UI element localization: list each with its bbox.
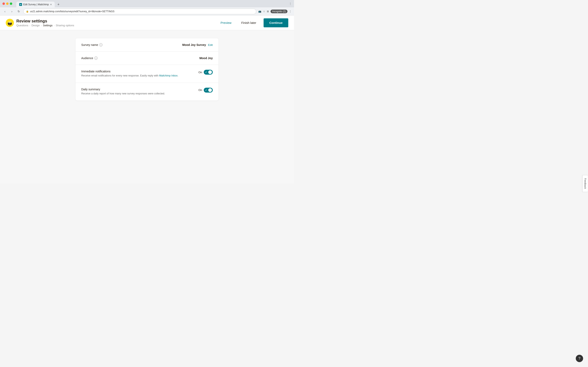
breadcrumb-sep-1: › — [30, 24, 30, 27]
svg-point-5 — [10, 22, 11, 23]
survey-name-row: Survey name i Mood Joy Survey Edit — [76, 38, 218, 52]
browser-right-controls: ⋮ — [289, 2, 292, 5]
url-text: us21.admin.mailchimp.com/lists/surveys/e… — [30, 10, 114, 13]
preview-button[interactable]: Preview — [218, 19, 234, 26]
immediate-notifications-sublabel-text: Receive email notifications for every ne… — [81, 74, 159, 77]
audience-label-area: Audience i — [81, 57, 195, 60]
immediate-notifications-toggle-label: On — [199, 71, 202, 74]
bookmark-icon[interactable]: ☆ — [263, 10, 265, 13]
breadcrumb-settings[interactable]: Settings — [43, 24, 52, 27]
breadcrumb-questions[interactable]: Questions — [16, 24, 28, 27]
audience-value-area: Mood Joy — [199, 57, 213, 60]
audience-row: Audience i Mood Joy — [76, 52, 218, 65]
maximize-traffic-light[interactable] — [10, 2, 12, 5]
close-traffic-light[interactable] — [2, 2, 5, 5]
breadcrumb: Questions › Design › Settings › Sharing … — [16, 24, 74, 27]
lock-icon: 🔒 — [26, 10, 29, 13]
browser-chrome: M Edit Survey | Mailchimp ✕ + ⋮ — [0, 0, 294, 7]
browser-menu-icon[interactable]: ⋮ — [289, 2, 292, 5]
reload-button[interactable]: ↻ — [16, 9, 21, 14]
daily-summary-sublabel: Receive a daily report of how many new s… — [81, 92, 194, 96]
daily-summary-toggle-label: On — [199, 89, 202, 92]
address-bar: ‹ › ↻ 🔒 us21.admin.mailchimp.com/lists/s… — [0, 7, 294, 16]
audience-label: Audience i — [81, 57, 195, 60]
daily-summary-label: Daily summary — [81, 88, 194, 91]
daily-summary-toggle-knob — [208, 88, 212, 92]
page-title: Review settings — [16, 18, 74, 24]
immediate-notifications-toggle-area: On ✓ — [199, 70, 213, 75]
tab-title: Edit Survey | Mailchimp — [23, 3, 49, 6]
header-title-area: Review settings Questions › Design › Set… — [16, 18, 74, 27]
traffic-lights — [2, 2, 12, 5]
finish-later-button[interactable]: Finish later — [239, 19, 259, 26]
audience-value: Mood Joy — [199, 57, 213, 60]
survey-name-info-icon[interactable]: i — [99, 43, 103, 47]
daily-summary-row: Daily summary Receive a daily report of … — [76, 83, 218, 100]
new-tab-button[interactable]: + — [56, 2, 61, 7]
continue-button[interactable]: Continue — [264, 18, 288, 27]
main-content: Survey name i Mood Joy Survey Edit Audie… — [0, 30, 294, 184]
breadcrumb-sharing[interactable]: Sharing options — [56, 24, 74, 27]
survey-name-value-area: Mood Joy Survey Edit — [182, 43, 213, 47]
split-view-icon[interactable]: ⊞ — [267, 10, 269, 13]
daily-summary-toggle[interactable]: ✓ — [204, 88, 213, 92]
immediate-notifications-sublabel: Receive email notifications for every ne… — [81, 74, 194, 78]
immediate-notifications-label-text: Immediate notifications — [81, 70, 111, 73]
immediate-notifications-value-area: On ✓ — [199, 70, 213, 75]
minimize-traffic-light[interactable] — [6, 2, 9, 5]
daily-summary-sublabel-text: Receive a daily report of how many new s… — [81, 92, 165, 95]
active-tab[interactable]: M Edit Survey | Mailchimp ✕ — [16, 2, 55, 7]
cast-icon[interactable]: 📺 — [258, 10, 261, 13]
breadcrumb-sep-2: › — [41, 24, 42, 27]
survey-name-label-area: Survey name i — [81, 43, 178, 47]
browser-menu-dots[interactable]: ⋮ — [289, 10, 292, 13]
mailchimp-logo — [6, 19, 14, 27]
immediate-notifications-row: Immediate notifications Receive email no… — [76, 65, 218, 83]
survey-name-value: Mood Joy Survey — [182, 43, 206, 47]
audience-label-text: Audience — [81, 57, 93, 60]
tab-favicon: M — [19, 3, 22, 6]
toggle-knob — [208, 70, 212, 74]
breadcrumb-sep-3: › — [54, 24, 54, 27]
immediate-notifications-toggle[interactable]: ✓ — [204, 70, 213, 75]
incognito-badge: Incognito (2) — [270, 9, 287, 13]
tab-close-button[interactable]: ✕ — [50, 3, 52, 6]
back-button[interactable]: ‹ — [2, 9, 7, 14]
svg-point-1 — [8, 22, 12, 25]
immediate-notifications-label: Immediate notifications — [81, 70, 194, 73]
mailchimp-inbox-link[interactable]: Mailchimp Inbox — [159, 74, 177, 77]
daily-summary-label-area: Daily summary Receive a daily report of … — [81, 88, 194, 96]
forward-button[interactable]: › — [9, 9, 14, 14]
daily-summary-value-area: On ✓ — [199, 88, 213, 92]
address-bar-right: 📺 ☆ ⊞ Incognito (2) ⋮ — [258, 9, 292, 13]
immediate-notifications-label-area: Immediate notifications Receive email no… — [81, 70, 194, 78]
breadcrumb-design[interactable]: Design — [31, 24, 40, 27]
immediate-notifications-sublabel-suffix: . — [178, 74, 178, 77]
settings-card: Survey name i Mood Joy Survey Edit Audie… — [76, 38, 218, 100]
daily-summary-label-text: Daily summary — [81, 88, 100, 91]
survey-name-label-text: Survey name — [81, 43, 98, 47]
header-actions: Preview Finish later Continue — [218, 18, 288, 27]
daily-summary-toggle-area: On ✓ — [199, 88, 213, 92]
audience-info-icon[interactable]: i — [94, 57, 98, 60]
app-header: Review settings Questions › Design › Set… — [0, 16, 294, 30]
toggle-check-icon: ✓ — [205, 71, 207, 74]
logo-area: Review settings Questions › Design › Set… — [6, 18, 74, 27]
survey-name-label: Survey name i — [81, 43, 178, 47]
daily-summary-toggle-check-icon: ✓ — [205, 89, 207, 91]
url-bar[interactable]: 🔒 us21.admin.mailchimp.com/lists/surveys… — [23, 8, 256, 14]
svg-point-4 — [9, 22, 9, 23]
tab-bar: M Edit Survey | Mailchimp ✕ + — [16, 0, 61, 7]
survey-name-edit-link[interactable]: Edit — [208, 43, 213, 47]
